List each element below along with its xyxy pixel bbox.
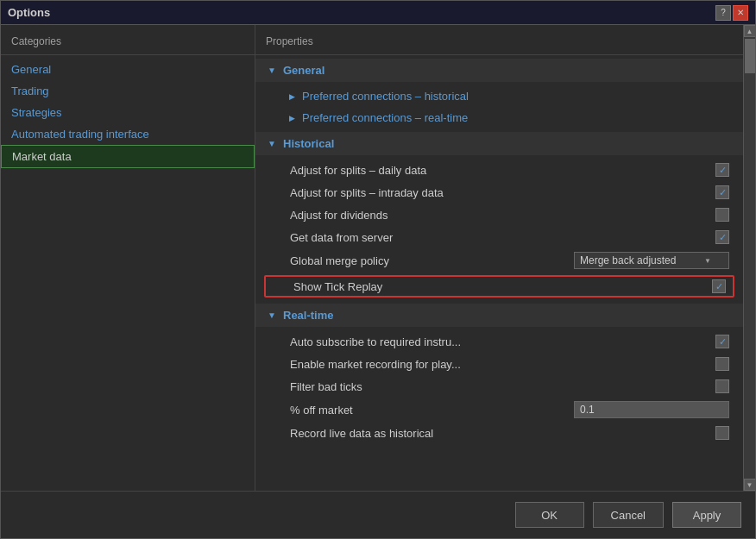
- scrollbar-thumb[interactable]: [745, 39, 755, 73]
- adjust-dividends-control: [715, 208, 729, 222]
- properties-panel: Properties ▼ General ▶ Preferred connect…: [255, 25, 743, 491]
- help-button[interactable]: ?: [715, 5, 731, 21]
- section-general[interactable]: ▼ General: [255, 59, 743, 82]
- record-live-data-checkbox[interactable]: [715, 426, 729, 440]
- titlebar-buttons: ? ✕: [715, 5, 748, 21]
- adjust-splits-intraday-row: Adjust for splits – intraday data: [255, 181, 743, 204]
- section-realtime-content: Auto subscribe to required instru... Ena…: [255, 329, 743, 446]
- enable-market-recording-checkbox[interactable]: [715, 357, 729, 371]
- pct-off-market-label: % off market: [290, 404, 574, 417]
- filter-bad-ticks-row: Filter bad ticks: [255, 375, 743, 398]
- preferred-realtime-label: Preferred connections – real-time: [302, 111, 468, 124]
- record-live-data-control: [715, 426, 729, 440]
- pct-off-market-control: [574, 401, 729, 418]
- sidebar-item-market-data[interactable]: Market data: [1, 145, 255, 168]
- adjust-splits-intraday-control: [715, 185, 729, 199]
- sidebar-header: Categories: [1, 32, 255, 55]
- section-historical-label: Historical: [283, 137, 334, 150]
- filter-bad-ticks-checkbox[interactable]: [715, 379, 729, 393]
- get-data-server-label: Get data from server: [290, 231, 715, 244]
- section-general-arrow: ▼: [266, 65, 278, 77]
- scroll-down-arrow[interactable]: ▼: [744, 479, 756, 491]
- show-tick-replay-control: [712, 279, 726, 293]
- global-merge-policy-row: Global merge policy Merge back adjusted: [255, 248, 743, 273]
- enable-market-recording-label: Enable market recording for play...: [290, 358, 715, 371]
- preferred-historical-label: Preferred connections – historical: [302, 90, 469, 103]
- sidebar-item-general[interactable]: General: [1, 59, 255, 80]
- global-merge-policy-control: Merge back adjusted: [574, 252, 729, 269]
- section-general-content: ▶ Preferred connections – historical ▶ P…: [255, 84, 743, 130]
- adjust-splits-intraday-label: Adjust for splits – intraday data: [290, 186, 715, 199]
- sub-arrow-1: ▶: [287, 91, 297, 102]
- cancel-button[interactable]: Cancel: [593, 502, 664, 528]
- adjust-splits-daily-row: Adjust for splits – daily data: [255, 159, 743, 181]
- auto-subscribe-row: Auto subscribe to required instru...: [255, 330, 743, 353]
- ok-button[interactable]: OK: [515, 502, 584, 528]
- sidebar-item-strategies[interactable]: Strategies: [1, 102, 255, 123]
- footer: OK Cancel Apply: [1, 491, 755, 538]
- sidebar-item-automated[interactable]: Automated trading interface: [1, 123, 255, 145]
- scrollbar[interactable]: ▲ ▼: [743, 25, 755, 491]
- adjust-splits-daily-checkbox[interactable]: [715, 163, 729, 177]
- section-historical[interactable]: ▼ Historical: [255, 132, 743, 155]
- filter-bad-ticks-label: Filter bad ticks: [290, 380, 715, 393]
- adjust-splits-daily-label: Adjust for splits – daily data: [290, 164, 715, 177]
- adjust-dividends-checkbox[interactable]: [715, 208, 729, 222]
- show-tick-replay-row: Show Tick Replay: [264, 275, 734, 298]
- get-data-server-row: Get data from server: [255, 226, 743, 248]
- adjust-dividends-label: Adjust for dividends: [290, 209, 715, 222]
- close-button[interactable]: ✕: [733, 5, 748, 21]
- auto-subscribe-label: Auto subscribe to required instru...: [290, 335, 715, 348]
- get-data-server-checkbox[interactable]: [715, 230, 729, 244]
- adjust-dividends-row: Adjust for dividends: [255, 204, 743, 226]
- global-merge-policy-value: Merge back adjusted: [580, 254, 676, 266]
- section-historical-content: Adjust for splits – daily data Adjust fo…: [255, 157, 743, 302]
- apply-button[interactable]: Apply: [672, 502, 741, 528]
- sidebar-item-trading[interactable]: Trading: [1, 80, 255, 102]
- record-live-data-label: Record live data as historical: [290, 427, 715, 440]
- preferred-connections-realtime[interactable]: ▶ Preferred connections – real-time: [255, 107, 743, 128]
- auto-subscribe-checkbox[interactable]: [715, 335, 729, 348]
- sub-arrow-2: ▶: [287, 113, 297, 123]
- filter-bad-ticks-control: [715, 379, 729, 393]
- section-general-label: General: [283, 64, 324, 77]
- options-dialog: Options ? ✕ Categories General Trading S…: [0, 0, 756, 539]
- section-realtime-arrow: ▼: [266, 310, 278, 322]
- scroll-up-arrow[interactable]: ▲: [744, 25, 756, 37]
- adjust-splits-intraday-checkbox[interactable]: [715, 185, 729, 199]
- preferred-connections-historical[interactable]: ▶ Preferred connections – historical: [255, 85, 743, 107]
- global-merge-policy-label: Global merge policy: [290, 254, 574, 267]
- properties-header: Properties: [255, 32, 743, 55]
- record-live-data-row: Record live data as historical: [255, 422, 743, 444]
- dialog-title: Options: [8, 6, 50, 19]
- pct-off-market-input[interactable]: [574, 401, 729, 418]
- adjust-splits-daily-control: [715, 163, 729, 177]
- show-tick-replay-checkbox[interactable]: [712, 279, 726, 293]
- enable-market-recording-row: Enable market recording for play...: [255, 353, 743, 375]
- section-historical-arrow: ▼: [266, 138, 278, 150]
- get-data-server-control: [715, 230, 729, 244]
- global-merge-policy-dropdown[interactable]: Merge back adjusted: [574, 252, 729, 269]
- sidebar: Categories General Trading Strategies Au…: [1, 25, 255, 491]
- titlebar: Options ? ✕: [1, 1, 755, 25]
- section-realtime-label: Real-time: [283, 309, 334, 322]
- auto-subscribe-control: [715, 335, 729, 348]
- pct-off-market-row: % off market: [255, 398, 743, 422]
- enable-market-recording-control: [715, 357, 729, 371]
- main-content: Categories General Trading Strategies Au…: [1, 25, 755, 491]
- section-realtime[interactable]: ▼ Real-time: [255, 304, 743, 327]
- show-tick-replay-label: Show Tick Replay: [293, 280, 712, 293]
